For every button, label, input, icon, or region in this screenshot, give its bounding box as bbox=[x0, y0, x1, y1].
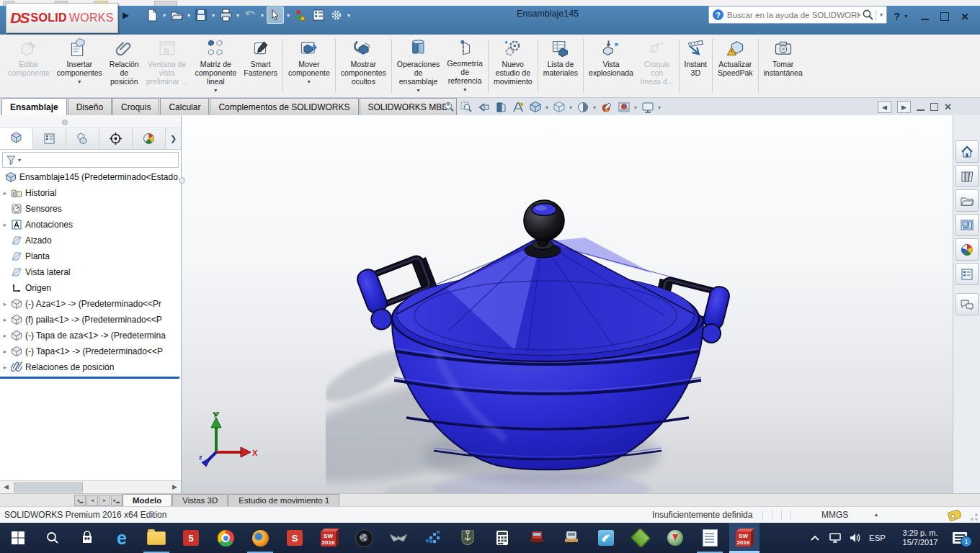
expand-arrow-icon[interactable]: ▸ bbox=[0, 348, 10, 355]
expand-arrow-icon[interactable]: ▸ bbox=[0, 316, 10, 323]
dimxpert-manager-tab[interactable] bbox=[99, 128, 133, 149]
rollback-bar[interactable] bbox=[0, 377, 179, 379]
close-button[interactable]: ✕ bbox=[961, 11, 969, 22]
maximize-button[interactable] bbox=[940, 12, 949, 21]
dropdown-caret-icon[interactable]: ▾ bbox=[417, 86, 420, 95]
ribbon-croquis-con-lineas[interactable]: Croquis con líneas d... bbox=[637, 35, 677, 94]
idm-icon[interactable] bbox=[660, 523, 690, 553]
taskbar-search-icon[interactable] bbox=[37, 523, 68, 553]
model-tab[interactable]: Modelo bbox=[122, 494, 172, 506]
tabs-overflow-chevron-icon[interactable]: ❯ bbox=[166, 128, 181, 149]
apply-scene-icon[interactable] bbox=[617, 101, 631, 114]
property-manager-tab[interactable] bbox=[33, 128, 66, 149]
zoom-fit-icon[interactable] bbox=[442, 101, 455, 114]
tray-language-indicator[interactable]: ESP bbox=[869, 523, 886, 553]
tab-ensamblaje[interactable]: Ensamblaje bbox=[1, 98, 67, 115]
open-dropdown-icon[interactable]: ▾ bbox=[187, 12, 190, 19]
solidworks-running-app[interactable]: SW2016 bbox=[729, 523, 760, 553]
world-of-warships-icon[interactable] bbox=[453, 523, 483, 553]
doc-restore-button[interactable] bbox=[930, 103, 938, 111]
section-view-icon[interactable] bbox=[494, 101, 507, 114]
expand-arrow-icon[interactable]: ▸ bbox=[0, 332, 10, 339]
doc-close-button[interactable]: ✕ bbox=[944, 102, 952, 112]
edge-browser-icon[interactable]: e bbox=[107, 523, 137, 553]
save-dropdown-icon[interactable]: ▾ bbox=[212, 12, 215, 19]
dropdown-caret-icon[interactable]: ▾ bbox=[634, 104, 637, 111]
euro-truck-simulator-icon[interactable] bbox=[556, 523, 587, 553]
windows-store-icon[interactable] bbox=[72, 523, 102, 553]
rebuild-status-icon[interactable] bbox=[293, 7, 308, 23]
annotation-view-icon[interactable] bbox=[511, 101, 525, 114]
undo-dropdown-icon[interactable]: ▾ bbox=[261, 12, 264, 19]
ribbon-instant-3d[interactable]: Instant 3D bbox=[681, 35, 711, 94]
tag-icon[interactable] bbox=[947, 509, 962, 522]
search-magnifier-icon[interactable] bbox=[862, 9, 874, 21]
red-app-icon[interactable]: 5 bbox=[176, 523, 206, 553]
tree-item-tapa-de-aza[interactable]: ▸ (-) Tapa de aza<1> -> (Predetermina bbox=[0, 328, 181, 343]
display-manager-tab[interactable] bbox=[133, 128, 166, 149]
ribbon-lista-de-materiales[interactable]: Lista de materiales bbox=[540, 35, 582, 94]
configuration-manager-tab[interactable] bbox=[66, 128, 99, 149]
ribbon-nuevo-estudio-de-movimiento[interactable]: Nuevo estudio de movimiento bbox=[490, 35, 536, 94]
panel-horizontal-scrollbar[interactable]: ◀ ▶ bbox=[0, 480, 181, 493]
select-cursor-icon[interactable] bbox=[267, 6, 284, 24]
tray-volume-icon[interactable] bbox=[849, 523, 862, 553]
bluestacks-icon[interactable] bbox=[625, 523, 656, 553]
dropdown-caret-icon[interactable]: ▾ bbox=[78, 78, 81, 86]
ribbon-mover-componente[interactable]: Mover componente ▾ bbox=[285, 35, 334, 94]
search-dropdown-icon[interactable]: ▾ bbox=[880, 12, 883, 18]
task-list-icon[interactable] bbox=[311, 7, 326, 23]
start-button[interactable] bbox=[3, 523, 33, 553]
tree-item-anotaciones[interactable]: ▸ Anotaciones bbox=[0, 217, 181, 233]
file-explorer-icon[interactable] bbox=[956, 189, 979, 212]
new-dropdown-icon[interactable]: ▾ bbox=[163, 12, 166, 19]
last-tab-icon[interactable]: ▸▂ bbox=[111, 495, 122, 506]
resize-grip[interactable] bbox=[970, 513, 979, 521]
ribbon-matriz-componente-lineal[interactable]: Matriz de componente lineal ▾ bbox=[191, 35, 240, 94]
tree-item-paila[interactable]: ▸ (f) paila<1> -> (Predeterminado<<P bbox=[0, 312, 181, 328]
view-settings-icon[interactable] bbox=[641, 101, 654, 114]
expand-arrow-icon[interactable]: ▸ bbox=[0, 189, 10, 197]
tree-filter-bar[interactable]: ▾ bbox=[2, 152, 179, 168]
sketchup-icon[interactable]: S bbox=[280, 523, 310, 553]
view-orientation-cube-icon[interactable] bbox=[528, 101, 542, 114]
keyshot-icon[interactable] bbox=[349, 523, 379, 553]
tab-diseno[interactable]: Diseño bbox=[68, 98, 112, 115]
ribbon-actualizar-speedpak[interactable]: Actualizar SpeedPak bbox=[714, 35, 756, 94]
open-document-icon[interactable] bbox=[169, 7, 184, 23]
first-tab-icon[interactable]: ◂▂ bbox=[74, 495, 86, 506]
options-gear-icon[interactable] bbox=[329, 7, 344, 23]
undo-icon[interactable] bbox=[242, 7, 258, 23]
forum-chat-icon[interactable] bbox=[956, 293, 979, 315]
doc-minimize-button[interactable] bbox=[917, 103, 925, 111]
motion-study-tab[interactable]: Estudio de movimiento 1 bbox=[228, 494, 339, 506]
prev-tab-icon[interactable]: ◂ bbox=[86, 495, 98, 506]
ribbon-ventana-vista-preliminar[interactable]: Ventana de vista preliminar ... bbox=[143, 35, 192, 94]
graphics-viewport[interactable]: Y X z bbox=[182, 115, 953, 493]
expand-arrow-icon[interactable]: ▸ bbox=[0, 300, 10, 307]
ribbon-mostrar-componentes-ocultos[interactable]: Mostrar componentes ocultos bbox=[337, 35, 390, 94]
next-tab-icon[interactable]: ▸ bbox=[99, 495, 110, 506]
tree-item-origen[interactable]: Origen bbox=[0, 280, 181, 296]
pot-assembly-model[interactable] bbox=[326, 187, 758, 493]
tree-item-vista-lateral[interactable]: Vista lateral bbox=[0, 264, 181, 280]
solidworks-2016-shortcut-icon[interactable]: SW2016 bbox=[314, 523, 344, 553]
tree-item-sensores[interactable]: Sensores bbox=[0, 201, 181, 217]
select-dropdown-icon[interactable]: ▾ bbox=[287, 12, 290, 19]
panel-edge-handle[interactable] bbox=[179, 177, 185, 184]
zoom-area-icon[interactable] bbox=[459, 101, 473, 114]
edit-appearance-icon[interactable] bbox=[600, 101, 613, 114]
tab-croquis[interactable]: Croquis bbox=[112, 98, 159, 115]
ribbon-geometria-de-referencia[interactable]: Geometría de referencia ▾ bbox=[443, 35, 486, 94]
scroll-right-icon[interactable]: ▶ bbox=[169, 481, 181, 493]
ribbon-smart-fasteners[interactable]: Smart Fasteners bbox=[240, 35, 281, 94]
dropdown-caret-icon[interactable]: ▾ bbox=[308, 78, 311, 86]
american-truck-simulator-icon[interactable] bbox=[522, 523, 552, 553]
scrollbar-thumb[interactable] bbox=[14, 482, 83, 493]
custom-properties-icon[interactable] bbox=[956, 263, 979, 285]
home-icon[interactable] bbox=[956, 140, 979, 163]
tree-item-planta[interactable]: Planta bbox=[0, 248, 181, 264]
dropdown-caret-icon[interactable]: ▾ bbox=[463, 86, 466, 94]
appearances-sphere-icon[interactable] bbox=[956, 238, 979, 261]
tree-item-tapa[interactable]: ▸ (-) Tapa<1> -> (Predeterminado<<P bbox=[0, 343, 181, 359]
